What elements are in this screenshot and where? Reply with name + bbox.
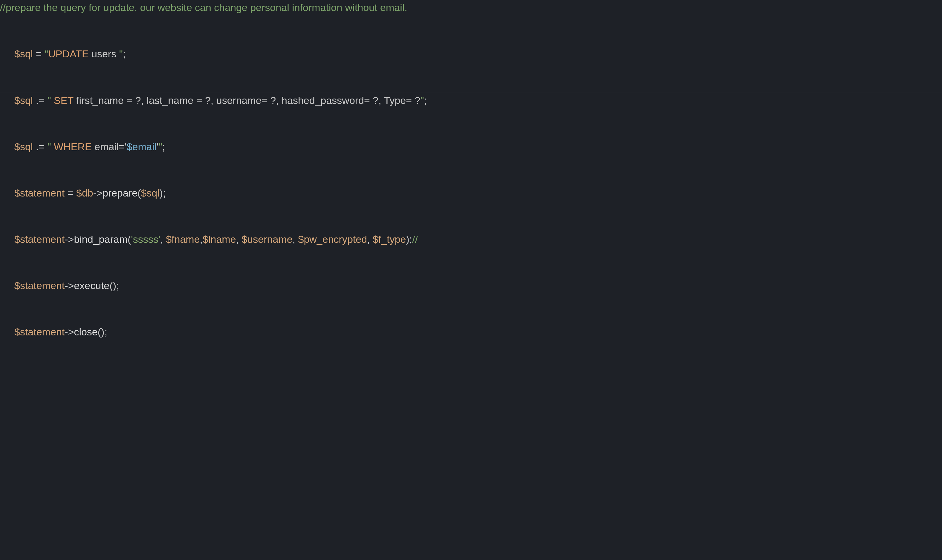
code-line-2: $sql .= " SET first_name = ?, last_name … bbox=[0, 92, 942, 108]
code-line-4: $statement = $db->prepare($sql); bbox=[0, 186, 942, 201]
comment-text: //prepare the query for update. our webs… bbox=[0, 2, 407, 13]
code-line-3: $sql .= " WHERE email='$email'"; bbox=[0, 139, 942, 154]
code-line-7: $statement->close(); bbox=[0, 325, 942, 340]
code-line-1: $sql = "UPDATE users "; bbox=[0, 46, 942, 62]
code-line-comment: //prepare the query for update. our webs… bbox=[0, 0, 942, 15]
code-line-5: $statement->bind_param('sssss', $fname,$… bbox=[0, 232, 942, 247]
code-line-6: $statement->execute(); bbox=[0, 278, 942, 293]
code-editor[interactable]: //prepare the query for update. our webs… bbox=[0, 0, 942, 340]
